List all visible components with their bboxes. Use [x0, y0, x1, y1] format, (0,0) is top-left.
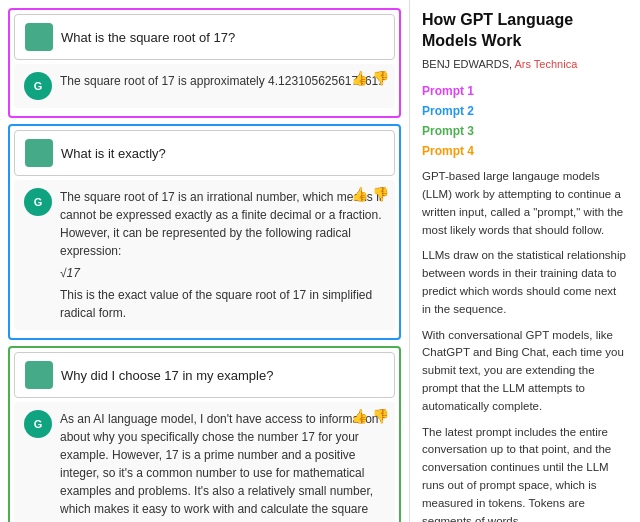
prompt-label-2: Prompt 2	[422, 102, 628, 120]
info-panel: How GPT Language Models Work BENJ EDWARD…	[410, 0, 640, 522]
assistant-icon-1: G	[24, 72, 52, 100]
user-text-3: Why did I choose 17 in my example?	[61, 368, 384, 383]
assistant-text-3: As an AI language model, I don't have ac…	[60, 410, 385, 522]
user-message-2: What is it exactly?	[14, 130, 395, 176]
assistant-message-2: G The square root of 17 is an irrational…	[14, 180, 395, 330]
prompt-group-1: What is the square root of 17? G The squ…	[8, 8, 401, 118]
thumbup-icon-1[interactable]: 👍	[351, 70, 368, 86]
user-icon-2	[25, 139, 53, 167]
assistant-message-1: G The square root of 17 is approximately…	[14, 64, 395, 108]
user-message-1: What is the square root of 17?	[14, 14, 395, 60]
desc-para-2: LLMs draw on the statistical relationshi…	[422, 247, 628, 318]
assistant-icon-2: G	[24, 188, 52, 216]
conversation-panel[interactable]: What is the square root of 17? G The squ…	[0, 0, 410, 522]
thumbup-icon-2[interactable]: 👍	[351, 186, 368, 202]
thumbup-icon-3[interactable]: 👍	[351, 408, 368, 424]
thumb-icons-3: 👍 👎	[351, 408, 389, 424]
prompt-label-4: Prompt 4	[422, 142, 628, 160]
desc-para-3: With conversational GPT models, like Cha…	[422, 327, 628, 416]
byline-source[interactable]: Ars Technica	[515, 58, 578, 70]
page-title: How GPT Language Models Work	[422, 10, 628, 52]
user-text-1: What is the square root of 17?	[61, 30, 384, 45]
thumb-icons-2: 👍 👎	[351, 186, 389, 202]
thumbdown-icon-1[interactable]: 👎	[372, 70, 389, 86]
prompt-group-2: What is it exactly? G The square root of…	[8, 124, 401, 340]
byline: BENJ EDWARDS, Ars Technica	[422, 56, 628, 73]
prompt-label-1: Prompt 1	[422, 82, 628, 100]
assistant-text-1: The square root of 17 is approximately 4…	[60, 72, 385, 90]
prompt-group-3: Why did I choose 17 in my example? G As …	[8, 346, 401, 522]
user-message-3: Why did I choose 17 in my example?	[14, 352, 395, 398]
assistant-icon-3: G	[24, 410, 52, 438]
assistant-text-2: The square root of 17 is an irrational n…	[60, 188, 385, 322]
description-body: GPT-based large langauge models (LLM) wo…	[422, 168, 628, 522]
math-formula: √17	[60, 264, 385, 282]
assistant-message-3: G As an AI language model, I don't have …	[14, 402, 395, 522]
thumbdown-icon-2[interactable]: 👎	[372, 186, 389, 202]
thumbdown-icon-3[interactable]: 👎	[372, 408, 389, 424]
desc-para-4: The latest prompt includes the entire co…	[422, 424, 628, 522]
desc-para-1: GPT-based large langauge models (LLM) wo…	[422, 168, 628, 239]
prompt-label-3: Prompt 3	[422, 122, 628, 140]
user-icon-1	[25, 23, 53, 51]
byline-author: BENJ EDWARDS,	[422, 58, 512, 70]
user-icon-3	[25, 361, 53, 389]
user-text-2: What is it exactly?	[61, 146, 384, 161]
thumb-icons-1: 👍 👎	[351, 70, 389, 86]
